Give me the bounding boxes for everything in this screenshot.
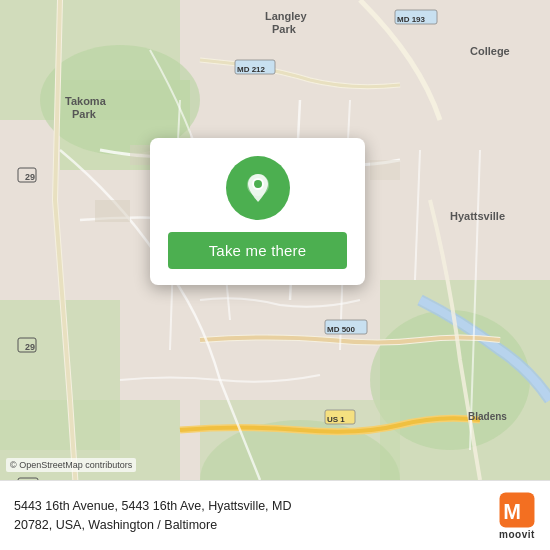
svg-text:Langley: Langley xyxy=(265,10,307,22)
svg-text:MD 212: MD 212 xyxy=(237,65,266,74)
svg-text:M: M xyxy=(503,500,521,524)
svg-point-43 xyxy=(254,180,262,188)
svg-text:29: 29 xyxy=(25,342,35,352)
map-pin-icon xyxy=(242,172,274,204)
svg-text:29: 29 xyxy=(25,172,35,182)
svg-text:College: College xyxy=(470,45,510,57)
moovit-icon: M xyxy=(498,491,536,529)
svg-rect-37 xyxy=(95,200,130,222)
svg-text:US 1: US 1 xyxy=(327,415,345,424)
map-container: 29 29 29 MD 212 MD 212 MD 193 MD 193 MD … xyxy=(0,0,550,550)
svg-rect-40 xyxy=(370,160,400,180)
svg-text:Park: Park xyxy=(72,108,97,120)
take-me-there-card: Take me there xyxy=(150,138,365,285)
osm-attribution: © OpenStreetMap contributors xyxy=(6,458,136,472)
moovit-brand-text: moovit xyxy=(499,529,535,540)
bottom-info-bar: 5443 16th Avenue, 5443 16th Ave, Hyattsv… xyxy=(0,480,550,550)
map-pin-wrapper xyxy=(226,156,290,220)
take-me-there-button[interactable]: Take me there xyxy=(168,232,347,269)
svg-text:MD 193: MD 193 xyxy=(397,15,426,24)
address-text: 5443 16th Avenue, 5443 16th Ave, Hyattsv… xyxy=(14,497,486,535)
svg-text:Bladens: Bladens xyxy=(468,411,507,422)
svg-text:Park: Park xyxy=(272,23,297,35)
svg-text:Takoma: Takoma xyxy=(65,95,107,107)
svg-text:Hyattsville: Hyattsville xyxy=(450,210,505,222)
svg-text:MD 500: MD 500 xyxy=(327,325,356,334)
moovit-logo: M moovit xyxy=(498,491,536,540)
